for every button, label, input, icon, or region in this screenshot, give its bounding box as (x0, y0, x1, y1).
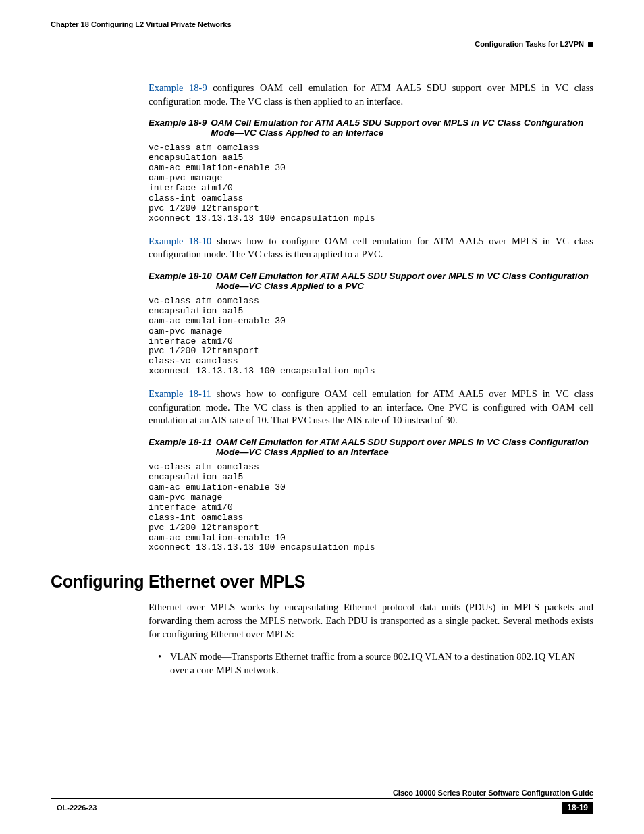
example-caption: OAM Cell Emulation for ATM AAL5 SDU Supp… (216, 437, 593, 457)
example-heading: Example 18-9 OAM Cell Emulation for ATM … (149, 118, 593, 138)
example-label: Example 18-10 (149, 271, 216, 291)
footer-tick-icon (51, 804, 51, 811)
section-label: Configuration Tasks for L2VPN (475, 40, 584, 48)
list-item: VLAN mode—Transports Ethernet traffic fr… (158, 650, 593, 677)
example-label: Example 18-9 (149, 118, 211, 138)
chapter-label: Chapter 18 Configuring L2 Virtual Privat… (51, 20, 232, 28)
paragraph-text: shows how to configure OAM cell emulatio… (149, 236, 593, 260)
bullet-list: VLAN mode—Transports Ethernet traffic fr… (158, 650, 593, 677)
running-header-left: Chapter 18 Configuring L2 Virtual Privat… (51, 20, 593, 30)
section-heading: Configuring Ethernet over MPLS (51, 572, 593, 592)
example-heading: Example 18-10 OAM Cell Emulation for ATM… (149, 271, 593, 291)
xref-link[interactable]: Example 18-10 (149, 236, 211, 246)
footer-title: Cisco 10000 Series Router Software Confi… (51, 789, 593, 799)
paragraph-text: configures OAM cell emulation for ATM AA… (149, 82, 593, 107)
main-content: Example 18-9 configures OAM cell emulati… (149, 82, 593, 553)
paragraph: Example 18-11 shows how to configure OAM… (149, 388, 593, 427)
section-content: Ethernet over MPLS works by encapsulatin… (149, 601, 593, 677)
paragraph: Ethernet over MPLS works by encapsulatin… (149, 601, 593, 641)
xref-link[interactable]: Example 18-11 (149, 388, 211, 399)
running-header-right: Configuration Tasks for L2VPN (51, 40, 593, 48)
header-rule (51, 30, 593, 30)
header-block-icon (588, 42, 593, 47)
paragraph: Example 18-10 shows how to configure OAM… (149, 235, 593, 261)
doc-id: OL-2226-23 (57, 804, 97, 812)
paragraph: Example 18-9 configures OAM cell emulati… (149, 82, 593, 108)
example-heading: Example 18-11 OAM Cell Emulation for ATM… (149, 437, 593, 457)
code-block: vc-class atm oamclass encapsulation aal5… (149, 463, 593, 553)
code-block: vc-class atm oamclass encapsulation aal5… (149, 143, 593, 224)
xref-link[interactable]: Example 18-9 (149, 82, 207, 93)
page-number: 18-19 (562, 802, 593, 814)
paragraph-text: shows how to configure OAM cell emulatio… (149, 388, 593, 425)
example-caption: OAM Cell Emulation for ATM AAL5 SDU Supp… (211, 118, 593, 138)
example-caption: OAM Cell Emulation for ATM AAL5 SDU Supp… (216, 271, 593, 291)
page: Chapter 18 Configuring L2 Virtual Privat… (0, 0, 644, 834)
page-footer: Cisco 10000 Series Router Software Confi… (51, 789, 593, 814)
footer-row: OL-2226-23 18-19 (51, 802, 593, 814)
code-block: vc-class atm oamclass encapsulation aal5… (149, 296, 593, 377)
example-label: Example 18-11 (149, 437, 216, 457)
